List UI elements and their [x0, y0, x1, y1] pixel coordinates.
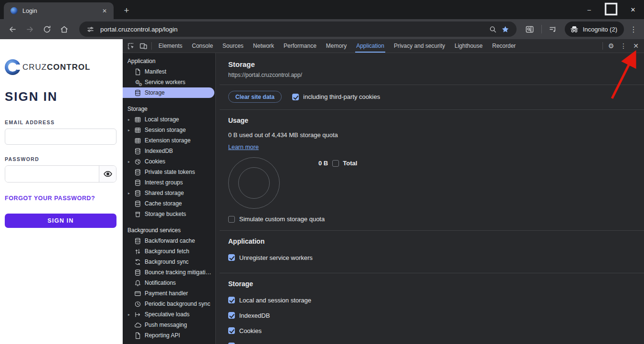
bookmark-star-icon[interactable]	[499, 23, 512, 35]
sidebar-item-manifest[interactable]: Manifest	[123, 66, 215, 77]
legend-total-checkbox[interactable]	[332, 160, 339, 167]
sidebar-section-background-services: Background services	[123, 225, 215, 236]
address-bar[interactable]: portal.cruzcontrol.app/login	[79, 22, 517, 37]
local-session-storage-checkbox[interactable]	[228, 297, 235, 303]
sidebar-item-extension-storage[interactable]: Extension storage	[123, 135, 215, 146]
tab-close-icon[interactable]: ✕	[100, 7, 109, 15]
sidebar-item-service-workers[interactable]: ⚙⚙ Service workers	[123, 77, 215, 87]
checkbox-label: Cache storage	[239, 343, 280, 344]
sidebar-item-storage-buckets[interactable]: Storage buckets	[123, 209, 215, 219]
sign-in-button[interactable]: SIGN IN	[5, 214, 116, 228]
sidebar-item-push-messaging[interactable]: Push messaging	[123, 320, 215, 330]
browser-toolbar: portal.cruzcontrol.app/login Incognito (…	[0, 19, 644, 39]
sidebar-item-cache-storage[interactable]: Cache storage	[123, 198, 215, 209]
side-panel-search-icon[interactable]	[523, 22, 537, 36]
sidebar-item-payment-handler[interactable]: Payment handler	[123, 288, 215, 299]
database-icon	[134, 269, 141, 276]
sidebar-item-private-state-tokens[interactable]: Private state tokens	[123, 167, 215, 177]
media-controls-icon[interactable]	[546, 22, 560, 36]
sidebar-item-shared-storage[interactable]: Shared storage	[123, 188, 215, 198]
sidebar-item-back-forward-cache[interactable]: Back/forward cache	[123, 236, 215, 246]
show-password-eye-icon[interactable]	[99, 166, 116, 182]
tab-sources[interactable]: Sources	[218, 39, 248, 53]
zoom-icon[interactable]	[487, 23, 499, 35]
sidebar-item-label: Bounce tracking mitigati…	[145, 269, 211, 276]
email-field[interactable]	[5, 129, 116, 145]
usage-legend: 0 B Total	[318, 160, 357, 167]
sidebar-item-label: Payment handler	[145, 290, 188, 297]
unregister-service-workers-checkbox[interactable]	[228, 254, 235, 261]
learn-more-link[interactable]: Learn more	[228, 144, 259, 150]
sidebar-item-background-sync[interactable]: Background sync	[123, 257, 215, 267]
simulate-quota-checkbox[interactable]	[228, 216, 235, 223]
sidebar-section-application: Application	[123, 56, 215, 66]
window-close-icon[interactable]: ✕	[622, 6, 644, 13]
sidebar-item-background-fetch[interactable]: Background fetch	[123, 246, 215, 257]
tab-privacy-and-security[interactable]: Privacy and security	[389, 39, 450, 53]
sidebar-item-notifications[interactable]: Notifications	[123, 278, 215, 288]
database-icon	[134, 89, 141, 97]
sidebar-item-label: Cache storage	[145, 200, 182, 207]
checkbox-label: IndexedDB	[239, 312, 270, 319]
forward-icon[interactable]	[22, 22, 37, 36]
devtools-menu-dots-icon[interactable]: ⋮	[617, 42, 630, 50]
sidebar-item-storage[interactable]: Storage	[123, 87, 214, 98]
sidebar-item-label: Storage buckets	[145, 211, 186, 217]
reload-icon[interactable]	[40, 22, 54, 36]
home-icon[interactable]	[57, 22, 71, 36]
devtools-close-icon[interactable]: ✕	[630, 42, 642, 50]
browser-tab[interactable]: Login ✕	[4, 2, 114, 19]
forgot-password-link[interactable]: FORGOT YOUR PASSWORD?	[5, 195, 116, 202]
sidebar-item-cookies[interactable]: Cookies	[123, 156, 215, 167]
password-label: PASSWORD	[5, 156, 116, 162]
sidebar-item-session-storage[interactable]: Session storage	[123, 125, 215, 135]
application-sidebar: Application Manifest ⚙⚙ Service workers …	[123, 53, 216, 344]
storage-heading: Storage	[228, 280, 634, 288]
incognito-badge[interactable]: Incognito (2)	[565, 22, 624, 37]
bucket-icon	[134, 210, 141, 218]
panel-title: Storage	[228, 60, 634, 68]
maps-to-arrow-icon	[134, 311, 141, 318]
sidebar-item-bounce-tracking-mitigations[interactable]: Bounce tracking mitigati…	[123, 267, 215, 278]
sidebar-item-label: Periodic background sync	[145, 301, 210, 307]
toolbar-right: Incognito (2) ⋮	[521, 22, 640, 37]
site-settings-icon[interactable]	[84, 23, 96, 35]
device-toolbar-icon[interactable]	[137, 40, 149, 52]
database-icon	[134, 189, 141, 197]
window-minimize-icon[interactable]: –	[578, 6, 600, 13]
sidebar-item-speculative-loads[interactable]: Speculative loads	[123, 309, 215, 320]
tab-network[interactable]: Network	[248, 39, 279, 53]
tab-lighthouse[interactable]: Lighthouse	[450, 39, 487, 53]
third-party-cookies-checkbox[interactable]	[292, 94, 299, 100]
tab-title: Login	[22, 8, 100, 14]
site-favicon	[11, 7, 18, 14]
cookies-checkbox[interactable]	[228, 327, 235, 334]
incognito-label: Incognito (2)	[583, 26, 617, 33]
tab-elements[interactable]: Elements	[154, 39, 187, 53]
browser-menu-icon[interactable]: ⋮	[627, 25, 640, 34]
panel-origin-url: https://portal.cruzcontrol.app/	[228, 72, 634, 78]
sidebar-item-local-storage[interactable]: Local storage	[123, 114, 215, 125]
back-icon[interactable]	[5, 22, 20, 36]
database-icon	[134, 237, 141, 245]
usage-summary: 0 B used out of 4,434 MB storage quota	[228, 131, 634, 139]
table-icon	[134, 137, 141, 144]
checkbox-label: Cookies	[239, 327, 262, 334]
tab-memory[interactable]: Memory	[321, 39, 351, 53]
tab-application[interactable]: Application	[351, 39, 389, 53]
clear-site-data-button[interactable]: Clear site data	[228, 91, 282, 103]
sidebar-item-periodic-background-sync[interactable]: Periodic background sync	[123, 299, 215, 309]
new-tab-button[interactable]: +	[120, 5, 133, 17]
sidebar-item-interest-groups[interactable]: Interest groups	[123, 177, 215, 188]
tab-recorder[interactable]: Recorder	[487, 39, 520, 53]
password-field[interactable]	[5, 166, 99, 182]
url-text[interactable]: portal.cruzcontrol.app/login	[100, 26, 487, 33]
devtools-settings-gear-icon[interactable]: ⚙	[605, 42, 617, 50]
window-maximize-icon[interactable]	[600, 0, 622, 22]
inspect-element-icon[interactable]	[125, 40, 137, 52]
tab-performance[interactable]: Performance	[279, 39, 321, 53]
sidebar-item-indexeddb[interactable]: IndexedDB	[123, 146, 215, 156]
sidebar-item-reporting-api[interactable]: Reporting API	[123, 330, 215, 341]
tab-console[interactable]: Console	[187, 39, 218, 53]
indexeddb-checkbox[interactable]	[228, 312, 235, 319]
